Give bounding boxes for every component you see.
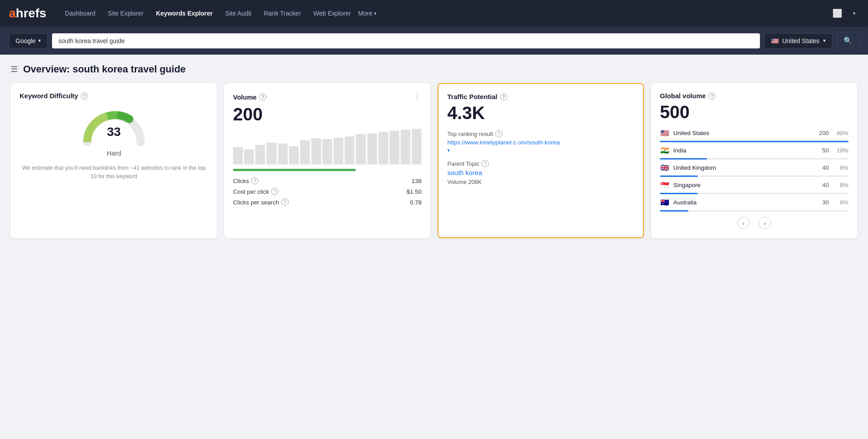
country-pct-2: 8% (832, 164, 848, 171)
cps-value: 0.78 (410, 199, 422, 206)
volume-bar (255, 145, 265, 164)
volume-bar (278, 144, 288, 164)
logo[interactable]: ahrefs (9, 6, 46, 20)
volume-help-icon[interactable]: ? (259, 93, 266, 100)
tp-parent-topic-link[interactable]: south korea (447, 169, 482, 176)
cpc-value: $1.50 (406, 188, 422, 195)
cps-label: Clicks per search ? (233, 199, 289, 206)
main-nav: ahrefs Dashboard Site Explorer Keywords … (0, 0, 868, 27)
kd-description: We estimate that you'll need backlinks f… (20, 164, 208, 181)
country-name-2: United Kingdom (673, 164, 809, 171)
country-bar-wrap-3 (660, 193, 848, 194)
volume-bar (412, 129, 422, 164)
gv-card-title: Global volume ? (660, 92, 715, 100)
country-bar-wrap-4 (660, 210, 848, 212)
volume-stats: Clicks ? 138 Cost per click ? $1.50 Clic… (233, 177, 422, 206)
page-title-row: ☰ Overview: south korea travel guide (11, 64, 857, 75)
country-count-1: 50 (813, 147, 829, 154)
country-pct-1: 10% (832, 147, 848, 154)
country-count-0: 200 (813, 130, 829, 136)
tp-top-ranking-section: Top ranking result ? https://www.lonelyp… (447, 130, 634, 154)
volume-bar (233, 147, 243, 164)
nav-rank-tracker[interactable]: Rank Tracker (258, 7, 306, 20)
country-bar-wrap-2 (660, 176, 848, 177)
volume-bar (378, 132, 388, 164)
chevron-down-icon: ▾ (447, 148, 450, 153)
gv-country-row: 🇸🇬 Singapore 40 8% (660, 181, 848, 194)
cpc-help-icon[interactable]: ? (271, 188, 278, 195)
volume-card-menu[interactable]: ⋮ (413, 92, 422, 102)
menu-icon[interactable]: ☰ (11, 64, 18, 74)
search-engine-label: Google (16, 37, 36, 44)
nav-web-explorer[interactable]: Web Explorer (308, 7, 357, 20)
country-label: United States (782, 37, 820, 44)
nav-dashboard[interactable]: Dashboard (60, 7, 101, 20)
country-count-2: 40 (813, 164, 829, 171)
volume-chart (233, 129, 422, 164)
tp-card-header: Traffic Potential ? (447, 93, 634, 100)
volume-card-header: Volume ? ⋮ (233, 92, 422, 102)
dropdown-icon[interactable]: ▾ (849, 8, 859, 18)
search-engine-selector[interactable]: Google ▾ (9, 33, 48, 48)
nav-links: Dashboard Site Explorer Keywords Explore… (60, 7, 829, 20)
country-flag-1: 🇮🇳 (660, 147, 670, 154)
volume-card-title: Volume ? (233, 93, 266, 101)
traffic-potential-card: Traffic Potential ? 4.3K Top ranking res… (438, 83, 644, 238)
country-name-1: India (673, 147, 809, 154)
chevron-down-icon: ▾ (374, 11, 377, 16)
cards-row: Keyword Difficulty ? 33 Har (11, 83, 857, 238)
gv-prev-button[interactable]: ‹ (737, 217, 750, 229)
country-name-4: Australia (673, 199, 809, 206)
clicks-help-icon[interactable]: ? (251, 177, 258, 184)
tp-help-icon[interactable]: ? (500, 93, 507, 100)
clicks-label: Clicks ? (233, 177, 258, 184)
gv-country-row: 🇮🇳 India 50 10% (660, 147, 848, 160)
country-pct-4: 6% (832, 199, 848, 206)
volume-bar (311, 138, 321, 164)
logo-a: a (9, 6, 16, 20)
country-selector[interactable]: 🇺🇸 United States ▾ (764, 33, 832, 48)
logo-rest: hrefs (16, 6, 46, 20)
chevron-down-icon: ▾ (823, 38, 826, 44)
country-bar-wrap-1 (660, 158, 848, 160)
volume-bar (244, 149, 254, 164)
country-bar-3 (660, 193, 698, 194)
country-count-4: 30 (813, 199, 829, 206)
nav-more-label: More (358, 10, 372, 17)
nav-more[interactable]: More ▾ (358, 10, 377, 17)
search-input[interactable] (52, 33, 760, 48)
nav-keywords-explorer[interactable]: Keywords Explorer (151, 7, 218, 20)
main-content: ☰ Overview: south korea travel guide Key… (0, 55, 868, 247)
gv-next-button[interactable]: › (759, 217, 771, 229)
volume-bar (356, 134, 366, 164)
cps-help-icon[interactable]: ? (281, 199, 289, 206)
volume-bar (334, 138, 343, 164)
tp-volume: Volume 208K (447, 179, 634, 185)
tp-parent-topic-help-icon[interactable]: ? (482, 160, 489, 167)
nav-site-explorer[interactable]: Site Explorer (103, 7, 149, 20)
nav-site-audit[interactable]: Site Audit (220, 7, 257, 20)
tp-top-ranking-label: Top ranking result ? (447, 130, 634, 137)
country-name-0: United States (673, 130, 809, 136)
volume-progress-bar (233, 169, 356, 171)
clicks-row: Clicks ? 138 (233, 177, 422, 184)
kd-help-icon[interactable]: ? (81, 92, 88, 100)
keyword-difficulty-card: Keyword Difficulty ? 33 Har (11, 83, 217, 238)
tp-number: 4.3K (447, 103, 634, 123)
window-icon[interactable]: ⬜ (829, 7, 846, 20)
country-pct-0: 40% (832, 130, 848, 136)
volume-bar (401, 130, 410, 164)
tp-top-ranking-url[interactable]: https://www.lonelyplanet.c om/south-kore… (447, 139, 634, 146)
kd-card-header: Keyword Difficulty ? (20, 92, 208, 100)
gv-help-icon[interactable]: ? (708, 92, 715, 100)
volume-bar (390, 131, 399, 164)
gv-country-row: 🇬🇧 United Kingdom 40 8% (660, 164, 848, 177)
search-button[interactable]: 🔍 (837, 32, 859, 49)
country-flag-2: 🇬🇧 (660, 164, 670, 171)
country-bar-4 (660, 210, 688, 212)
country-bar-2 (660, 176, 698, 177)
tp-top-ranking-help-icon[interactable]: ? (495, 130, 502, 137)
volume-bar (345, 136, 354, 164)
clicks-value: 138 (411, 178, 422, 184)
country-flag-4: 🇦🇺 (660, 199, 670, 206)
